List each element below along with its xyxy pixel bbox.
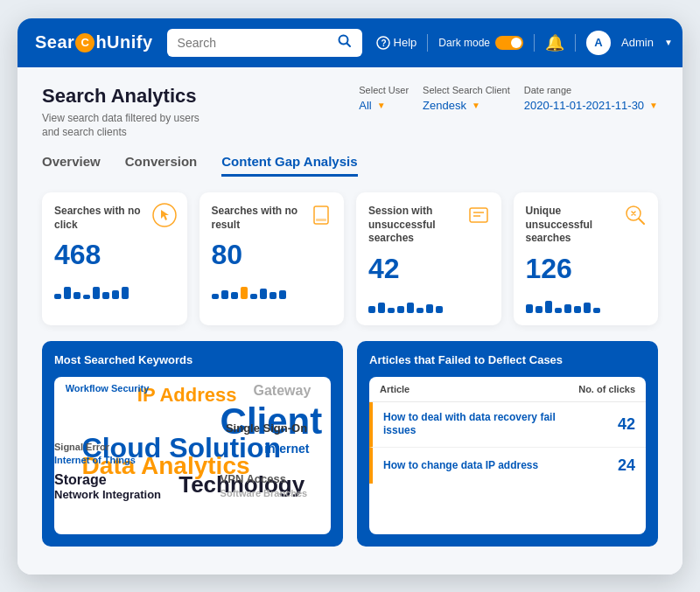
keywords-title: Most Searched Keywords	[54, 353, 331, 366]
main-content: Search Analytics View search data filter…	[18, 67, 682, 575]
col-clicks-header: No. of clicks	[578, 384, 635, 394]
mini-bars-unique-unsuccessful	[526, 294, 647, 313]
search-icon	[338, 34, 352, 52]
metric-icon-unique-unsuccessful	[623, 203, 648, 233]
mini-bars-unsuccessful	[368, 294, 489, 313]
filter-date-select[interactable]: 2020-11-01-2021-11-30 ▼	[524, 99, 658, 112]
metric-card-no-result: Searches with no result 80	[200, 192, 345, 325]
word-cloud-word[interactable]: Signal Error	[54, 442, 109, 452]
app-container: Sear C hUnify ? Help Dark mode	[18, 18, 682, 575]
mini-bar	[54, 294, 61, 299]
table-header: Article No. of clicks	[369, 377, 646, 402]
mini-bar	[231, 292, 238, 299]
page-subtitle: View search data filtered by usersand se…	[42, 111, 200, 141]
mini-bars-no-click	[54, 280, 175, 299]
mini-bar	[221, 290, 228, 299]
word-cloud-word[interactable]: internet	[264, 442, 309, 455]
filters-row: Select User All ▼ Select Search Client Z…	[359, 85, 658, 112]
mini-bar	[397, 306, 404, 313]
word-cloud-word[interactable]: Storage	[54, 473, 107, 487]
mini-bar	[241, 287, 248, 299]
mini-bar	[436, 306, 443, 313]
mini-bar	[250, 294, 257, 299]
mini-bar	[122, 287, 129, 299]
mini-bar	[112, 290, 119, 299]
filter-user-select[interactable]: All ▼	[359, 99, 409, 112]
filter-client-label: Select Search Client	[423, 85, 510, 95]
table-row[interactable]: How to deal with data recovery fail issu…	[369, 402, 646, 448]
article-name: How to change data IP address	[383, 459, 538, 473]
metric-card-unsuccessful: Session with unsuccessful searches 42	[356, 192, 501, 325]
metric-cards: Searches with no click 468 Searches with…	[42, 192, 658, 325]
mini-bar	[426, 304, 433, 313]
filter-user-caret-icon: ▼	[377, 101, 386, 110]
page-header: Search Analytics View search data filter…	[42, 85, 658, 141]
filter-date-label: Date range	[524, 85, 658, 95]
mini-bar	[93, 287, 100, 299]
word-cloud-word[interactable]: Gateway	[254, 384, 312, 398]
svg-rect-7	[470, 208, 487, 222]
admin-dropdown-caret-icon[interactable]: ▼	[664, 38, 673, 47]
filter-user-value: All	[359, 99, 371, 112]
filter-date: Date range 2020-11-01-2021-11-30 ▼	[524, 85, 658, 112]
metric-icon-no-click	[152, 203, 177, 233]
word-cloud-word[interactable]: Network Integration	[54, 489, 161, 500]
search-bar[interactable]	[167, 29, 362, 57]
articles-card: Articles that Failed to Deflect Cases Ar…	[357, 341, 658, 547]
mini-bar	[83, 295, 90, 299]
metric-value-unique-unsuccessful: 126	[526, 253, 647, 285]
tab-content-gap-analysis[interactable]: Content Gap Analysis	[221, 154, 357, 177]
metric-icon-unsuccessful	[466, 203, 491, 233]
word-cloud-word[interactable]: VPN Access	[220, 473, 286, 484]
mini-bar	[388, 308, 395, 313]
dark-mode-label: Dark mode	[438, 37, 490, 49]
svg-text:?: ?	[381, 38, 386, 48]
articles-table: Article No. of clicks How to deal with d…	[369, 377, 646, 534]
search-input[interactable]	[178, 36, 331, 50]
article-clicks: 24	[618, 456, 635, 475]
mini-bar	[279, 290, 286, 299]
mini-bar	[212, 294, 219, 299]
articles-title: Articles that Failed to Deflect Cases	[369, 353, 646, 366]
filter-client-caret-icon: ▼	[472, 101, 480, 110]
filter-user: Select User All ▼	[359, 85, 409, 112]
metric-icon-no-result	[309, 203, 333, 233]
mini-bar	[555, 308, 562, 313]
dark-mode-toggle[interactable]: Dark mode	[438, 36, 523, 50]
tab-overview[interactable]: Overview	[42, 154, 101, 177]
mini-bar	[584, 303, 591, 313]
table-row[interactable]: How to change data IP address 24	[369, 448, 646, 484]
mini-bar	[574, 306, 581, 313]
mini-bar	[536, 306, 542, 313]
mini-bar	[74, 292, 80, 299]
logo-text-after: hUnify	[95, 32, 152, 52]
notifications-bell-icon[interactable]: 🔔	[545, 33, 564, 52]
mini-bar	[416, 308, 424, 313]
filter-date-value: 2020-11-01-2021-11-30	[524, 99, 644, 112]
mini-bar	[407, 303, 414, 313]
word-cloud-word[interactable]: Internet of Things	[54, 456, 136, 465]
tab-conversion[interactable]: Conversion	[125, 154, 198, 177]
admin-name[interactable]: Admin	[621, 36, 654, 49]
word-cloud-word[interactable]: Software Branches	[220, 489, 308, 498]
logo: Sear C hUnify	[35, 32, 153, 52]
dark-mode-switch[interactable]	[495, 36, 523, 50]
mini-bars-no-result	[212, 280, 332, 299]
filter-user-label: Select User	[359, 85, 409, 95]
help-button[interactable]: ? Help	[376, 36, 417, 50]
svg-rect-6	[316, 219, 326, 221]
mini-bar	[260, 289, 267, 299]
word-cloud-word[interactable]: Workflow Security	[66, 384, 150, 394]
svg-line-11	[639, 219, 644, 224]
divider3	[575, 34, 576, 52]
divider2	[534, 34, 535, 52]
word-cloud-word[interactable]: Single Sign-On	[226, 422, 307, 434]
metric-value-no-click: 468	[54, 239, 175, 271]
avatar: A	[586, 31, 611, 55]
mini-bar	[102, 292, 109, 299]
tabs: Overview Conversion Content Gap Analysis	[42, 154, 658, 177]
filter-client: Select Search Client Zendesk ▼	[423, 85, 510, 112]
filter-client-select[interactable]: Zendesk ▼	[423, 99, 510, 112]
header-right: ? Help Dark mode 🔔 A Admin ▼	[376, 31, 673, 55]
logo-circle: C	[75, 33, 94, 52]
